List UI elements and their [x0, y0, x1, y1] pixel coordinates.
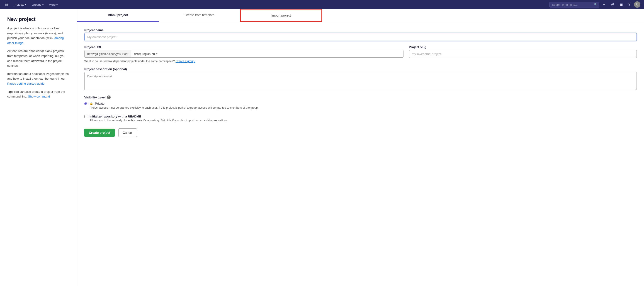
create-group-link[interactable]: Create a group. [176, 60, 196, 63]
init-readme-label[interactable]: Initialize repository with a README [90, 115, 141, 118]
project-slug-input[interactable] [409, 50, 637, 58]
namespace-value: dzswj-region-hb [134, 52, 155, 56]
project-slug-label: Project slug [409, 45, 637, 49]
avatar[interactable]: U [634, 1, 640, 8]
project-slug-group: Project slug [409, 45, 637, 58]
sidebar: New project A project is where you house… [0, 9, 77, 286]
main-content: Blank project Create from template Impor… [77, 9, 644, 286]
tabs-bar: Blank project Create from template Impor… [77, 9, 644, 22]
project-name-input[interactable] [84, 33, 637, 41]
page-title: New project [7, 16, 70, 22]
sidebar-desc-3: Information about additional Pages templ… [7, 72, 70, 86]
page-body: New project A project is where you house… [0, 9, 644, 286]
project-url-label: Project URL [84, 45, 404, 49]
description-group: Project description (optional) [84, 67, 637, 91]
project-name-label: Project name [84, 28, 637, 32]
top-navigation: ☷ Projects ▾ Groups ▾ More ▾ 🔍 + ☍ ▣ ? U [0, 0, 644, 9]
description-textarea[interactable] [84, 72, 637, 90]
visibility-private-radio[interactable] [84, 102, 87, 105]
new-item-button[interactable]: + [601, 2, 607, 8]
visibility-label-row: Visibility Level ? [84, 96, 637, 99]
init-readme-row: Initialize repository with a README Allo… [84, 115, 637, 122]
nav-item-projects[interactable]: Projects ▾ [12, 3, 28, 6]
sidebar-desc-2: All features are enabled for blank proje… [7, 49, 70, 68]
project-name-group: Project name [84, 28, 637, 41]
create-project-button[interactable]: Create project [84, 129, 115, 137]
merge-requests-button[interactable]: ☍ [609, 2, 616, 8]
init-readme-checkbox[interactable] [84, 115, 87, 118]
grid-icon[interactable]: ☷ [4, 2, 10, 7]
sidebar-tip: Tip: You can also create a project from … [7, 89, 70, 99]
nav-projects-chevron-icon: ▾ [25, 4, 26, 6]
init-readme-desc: Allows you to immediately clone this pro… [90, 119, 227, 122]
sidebar-link-pages[interactable]: Pages getting started guide. [7, 82, 45, 85]
nav-groups-chevron-icon: ▾ [42, 4, 44, 6]
new-project-form: Project name Project URL http://gd-gitla… [77, 28, 644, 137]
nav-item-groups[interactable]: Groups ▾ [30, 3, 45, 6]
tab-import-project[interactable]: Import project [240, 9, 322, 22]
nav-item-more[interactable]: More ▾ [47, 3, 60, 6]
nav-projects-label: Projects [14, 3, 24, 6]
sidebar-link-show-command[interactable]: Show command [28, 95, 50, 98]
nav-groups-label: Groups [32, 3, 42, 6]
cancel-button[interactable]: Cancel [118, 128, 137, 137]
project-url-group: Project URL http://gd-gitlab.dc.servyou-… [84, 45, 404, 58]
visibility-label: Visibility Level [84, 96, 106, 99]
nav-more-label: More [49, 3, 56, 6]
lock-icon: 🔒 [90, 102, 93, 105]
namespace-dropdown[interactable]: dzswj-region-hb ▾ [131, 50, 403, 57]
sidebar-desc-1: A project is where you house your files … [7, 26, 70, 45]
visibility-section: Visibility Level ? 🔒 Private Project acc… [84, 96, 637, 110]
visibility-private-label: Private [95, 102, 104, 105]
form-actions: Create project Cancel [84, 128, 637, 137]
namespace-hint: Want to house several dependent projects… [84, 60, 637, 63]
tab-blank-project[interactable]: Blank project [77, 9, 159, 22]
avatar-initials: U [636, 3, 638, 6]
url-input-wrapper: http://gd-gitlab.dc.servyou-it.cor dzswj… [84, 50, 404, 58]
search-icon: 🔍 [594, 3, 598, 6]
tab-create-from-template[interactable]: Create from template [159, 9, 240, 22]
description-label: Project description (optional) [84, 67, 637, 71]
url-prefix: http://gd-gitlab.dc.servyou-it.cor [84, 50, 131, 57]
init-readme-section: Initialize repository with a README Allo… [84, 115, 637, 122]
help-button[interactable]: ? [626, 2, 632, 8]
visibility-private-option: 🔒 Private Project access must be granted… [84, 102, 637, 110]
search-wrapper: 🔍 [550, 2, 599, 8]
search-input[interactable] [550, 2, 599, 8]
visibility-help-icon[interactable]: ? [107, 96, 110, 99]
issues-button[interactable]: ▣ [618, 2, 625, 8]
nav-more-chevron-icon: ▾ [56, 4, 58, 6]
url-slug-row: Project URL http://gd-gitlab.dc.servyou-… [84, 45, 637, 58]
namespace-dropdown-chevron-icon: ▾ [156, 52, 158, 55]
visibility-private-desc: Project access must be granted explicitl… [90, 106, 259, 110]
